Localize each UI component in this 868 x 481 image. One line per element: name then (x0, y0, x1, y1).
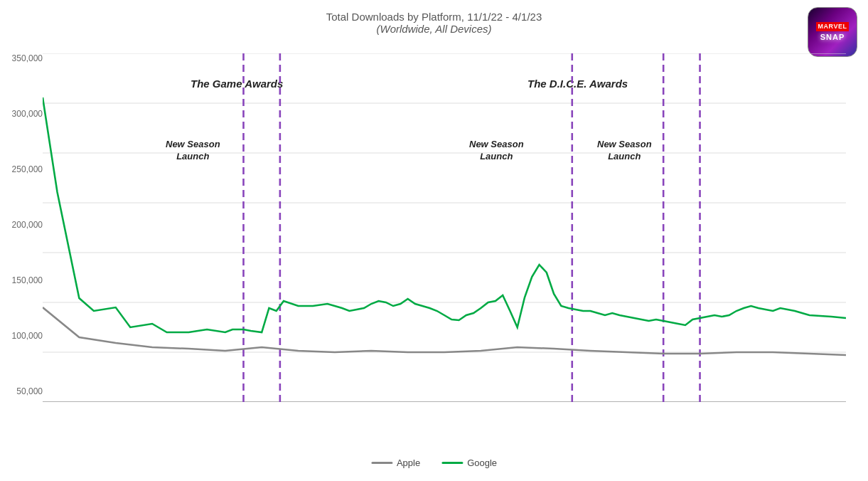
marvel-text: MARVEL (816, 22, 850, 31)
google-line (43, 97, 846, 332)
y-label-250k: 250,000 (4, 164, 43, 174)
y-label-300k: 300,000 (4, 109, 43, 119)
y-label-150k: 150,000 (4, 275, 43, 285)
legend-apple: Apple (371, 458, 420, 468)
y-label-200k: 200,000 (4, 220, 43, 230)
legend-apple-label: Apple (397, 458, 420, 468)
main-chart-svg: 2022-11-01 2022-11-08 2022-11-15 2022-11… (43, 53, 846, 402)
chart-main-title: Total Downloads by Platform, 11/1/22 - 4… (0, 11, 868, 23)
y-label-50k: 50,000 (4, 386, 43, 396)
snap-text: SNAP (816, 33, 850, 42)
chart-subtitle: (Worldwide, All Devices) (0, 23, 868, 35)
marvel-snap-logo: MARVEL SNAP (808, 7, 857, 57)
y-label-100k: 100,000 (4, 331, 43, 341)
chart-title: Total Downloads by Platform, 11/1/22 - 4… (0, 11, 868, 35)
legend-google: Google (441, 458, 497, 468)
y-label-350k: 350,000 (4, 53, 43, 63)
legend-google-label: Google (467, 458, 497, 468)
chart-container: Total Downloads by Platform, 11/1/22 - 4… (0, 0, 868, 481)
chart-legend: Apple Google (371, 458, 497, 468)
y-axis-labels: 350,000 300,000 250,000 200,000 150,000 … (4, 53, 43, 442)
legend-apple-line (371, 462, 392, 464)
legend-google-line (441, 462, 463, 464)
